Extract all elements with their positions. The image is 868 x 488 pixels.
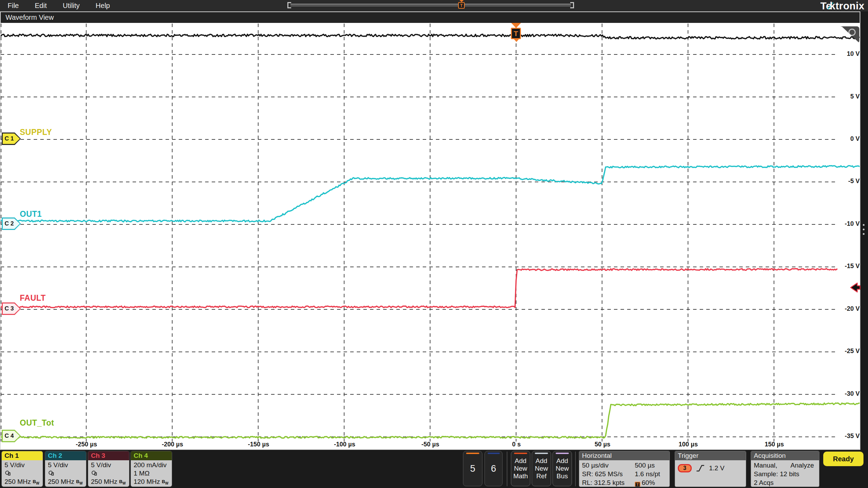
x-tick-8: 150 µs — [758, 441, 790, 448]
channel-card-ch4[interactable]: Ch 4 200 mA/div 1 MΩ 120 MHz BW — [130, 451, 172, 487]
slot-stripe — [466, 453, 479, 454]
y-tick-n30v: -30 V — [837, 389, 860, 398]
oscilloscope-screen: { "menu": {"items": ["File", "Edit", "Ut… — [0, 0, 868, 488]
slot-button-5[interactable]: 5 — [463, 451, 482, 486]
add-new-bus-button[interactable]: AddNewBus — [553, 451, 572, 486]
probe-icon — [91, 470, 97, 476]
y-tick-n15v: -15 V — [837, 262, 860, 271]
button-stripe — [556, 453, 569, 454]
trigger-position-marker[interactable]: T — [511, 28, 521, 39]
x-tick-4: -50 µs — [414, 441, 446, 448]
probe-icon — [5, 470, 11, 476]
channel-bandwidth: 120 MHz — [134, 478, 160, 485]
trigger-level-arrow-icon[interactable] — [850, 282, 861, 293]
trigger-panel[interactable]: Trigger 3 1.2 V — [675, 451, 746, 487]
channel-badge-c4[interactable]: C 4 — [2, 430, 21, 442]
y-tick-n25v: -25 V — [837, 347, 860, 356]
trace-label-supply: SUPPLY — [20, 128, 52, 137]
divider — [575, 452, 576, 486]
x-tick-2: -150 µs — [243, 441, 275, 448]
slot-button-6[interactable]: 6 — [484, 451, 503, 486]
trace-label-fault: FAULT — [20, 293, 46, 303]
y-tick-n10v: -10 V — [837, 220, 860, 228]
channel-card-ch3[interactable]: Ch 3 5 V/div 250 MHz BW — [88, 451, 129, 487]
waveform-view-title: Waveform View — [1, 14, 54, 22]
acquisition-panel[interactable]: Acquisition Manual,Analyze Sample: 12 bi… — [751, 451, 819, 487]
trigger-panel-title: Trigger — [675, 451, 746, 460]
menu-utility[interactable]: Utility — [63, 2, 80, 10]
waveform-view-panel: Waveform View — [0, 11, 860, 450]
menu-edit[interactable]: Edit — [35, 2, 47, 10]
acq-sample: Sample: 12 bits — [754, 470, 816, 478]
results-bar-drag-handle[interactable] — [863, 224, 865, 238]
horizontal-panel[interactable]: Horizontal 50 µs/div500 µs SR: 625 MS/s1… — [579, 451, 670, 487]
sample-rate: SR: 625 MS/s — [582, 470, 635, 478]
y-tick-n35v: -35 V — [837, 432, 860, 440]
channel-card-header[interactable]: Ch 1 — [2, 451, 43, 460]
channel-badge-c3[interactable]: C 3 — [2, 302, 21, 315]
button-stripe — [535, 453, 548, 454]
probe-icon — [48, 470, 54, 476]
channel-bandwidth: 250 MHz — [48, 478, 74, 485]
trigger-position-arrow-icon — [511, 23, 521, 28]
y-tick-5v: 5 V — [837, 92, 860, 101]
trigger-position-pct: 60% — [642, 479, 655, 486]
channel-impedance: 1 MΩ — [134, 469, 169, 478]
x-tick-5: 0 s — [500, 441, 532, 448]
add-new-math-button[interactable]: AddNewMath — [511, 451, 530, 486]
waveform-plot[interactable] — [1, 24, 860, 442]
y-tick-n5v: -5 V — [837, 177, 860, 186]
channel-card-ch2[interactable]: Ch 2 5 V/div 250 MHz BW — [45, 451, 86, 487]
horizontal-panel-title: Horizontal — [579, 451, 669, 460]
y-tick-10v: 10 V — [837, 50, 860, 58]
channel-badge-c2[interactable]: C 2 — [2, 217, 21, 230]
slot-stripe — [488, 453, 500, 454]
channel-scale: 200 mA/div — [134, 461, 169, 469]
button-stripe — [514, 453, 527, 454]
trigger-position-tip-icon — [514, 39, 519, 42]
channel-bandwidth: 250 MHz — [5, 478, 31, 485]
horizontal-scale: 50 µs/div — [582, 461, 635, 470]
menu-help[interactable]: Help — [96, 2, 110, 10]
x-tick-7: 100 µs — [672, 441, 704, 448]
overview-track — [290, 4, 571, 6]
y-tick-0v: 0 V — [837, 135, 860, 143]
acq-analyze: Analyze — [791, 461, 814, 470]
trigger-source-badge[interactable]: 3 — [678, 464, 692, 472]
x-tick-1: -200 µs — [157, 441, 188, 448]
channel-bandwidth: 250 MHz — [91, 478, 117, 485]
trigger-position-mini-icon: T — [635, 482, 640, 487]
channel-scale: 5 V/div — [5, 461, 40, 469]
overview-trigger-marker[interactable]: T — [458, 2, 465, 9]
acquisition-status-badge: Ready — [823, 452, 863, 466]
channel-scale: 5 V/div — [91, 461, 126, 469]
channel-card-header[interactable]: Ch 2 — [45, 451, 86, 460]
menu-file[interactable]: File — [8, 2, 19, 10]
sample-interval: 1.6 ns/pt — [635, 470, 667, 478]
rising-edge-icon — [696, 464, 705, 472]
waveform-view-titlebar[interactable]: Waveform View — [1, 12, 860, 23]
record-length: RL: 312.5 kpts — [582, 478, 635, 487]
channel-card-header[interactable]: Ch 4 — [131, 451, 172, 460]
x-tick-0: -250 µs — [70, 441, 102, 448]
x-tick-6: 50 µs — [587, 441, 618, 448]
channel-card-header[interactable]: Ch 3 — [88, 451, 129, 460]
channel-scale: 5 V/div — [48, 461, 83, 469]
acq-count: 2 Acqs — [754, 478, 816, 487]
horizontal-position-bar[interactable]: T — [287, 2, 574, 9]
y-tick-n20v: -20 V — [837, 305, 860, 313]
trace-label-out1: OUT1 — [20, 209, 42, 219]
trace-label-outtot: OUT_Tot — [20, 418, 54, 428]
acq-mode: Manual, — [754, 461, 777, 470]
channel-card-ch1[interactable]: Ch 1 5 V/div 250 MHz BW — [1, 451, 43, 487]
trigger-level: 1.2 V — [709, 464, 724, 472]
acquisition-panel-title: Acquisition — [751, 451, 819, 460]
channel-badge-c1[interactable]: C 1 — [2, 132, 21, 145]
horizontal-window: 500 µs — [635, 461, 667, 470]
tektronix-logo: Te∕ktronix — [820, 0, 865, 12]
x-tick-3: -100 µs — [329, 441, 361, 448]
divider — [507, 452, 507, 486]
add-new-ref-button[interactable]: AddNewRef — [532, 451, 551, 486]
